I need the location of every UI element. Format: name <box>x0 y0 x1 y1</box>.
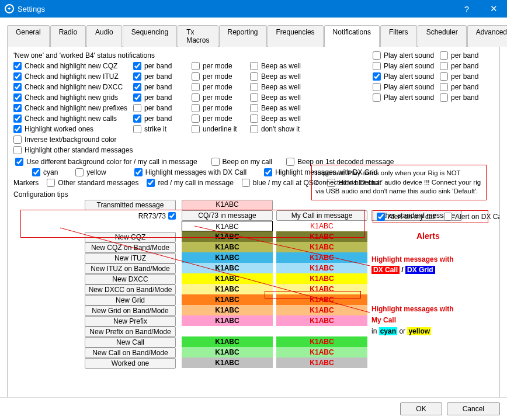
markers-blue-check[interactable]: blue / my call at QSO <box>242 179 319 187</box>
cat-button-new-call-on-band-mode[interactable]: New Call on Band/Mode <box>85 348 176 358</box>
color-cell-r-12[interactable]: K1ABC <box>276 347 367 357</box>
check-r2-c3[interactable]: Beep as well <box>250 83 308 91</box>
check-r6-c1[interactable]: strike it <box>133 125 192 133</box>
play-alert-3[interactable]: Play alert sound <box>373 83 434 91</box>
check-r5-c0[interactable]: Check and highlight new calls <box>13 114 133 123</box>
tab-radio[interactable]: Radio <box>50 25 86 47</box>
tab-frequencies[interactable]: Frequencies <box>268 25 324 47</box>
tab-reporting[interactable]: Reporting <box>219 25 267 47</box>
play-alert-perband-0[interactable]: per band <box>440 51 478 60</box>
tab-sequencing[interactable]: Sequencing <box>123 25 177 47</box>
cat-button-new-grid[interactable]: New Grid <box>85 295 176 306</box>
rr73-check[interactable] <box>168 212 176 220</box>
cq-header[interactable]: K1ABC <box>182 200 273 210</box>
alert-mycall-check[interactable]: Alert on my call <box>377 213 436 221</box>
check-r8-c0[interactable]: Highlight other standard messages <box>13 146 133 154</box>
play-alert-perband-4[interactable]: per band <box>440 93 478 102</box>
check-r1-c3[interactable]: Beep as well <box>250 72 308 81</box>
color-cell-r-7[interactable]: K1ABC <box>276 294 367 305</box>
color-cell-l-10[interactable] <box>182 326 273 336</box>
check-r6-c2[interactable]: underline it <box>192 125 250 133</box>
color-cell-r-0[interactable]: K1ABC <box>276 221 367 231</box>
tab-filters[interactable]: Filters <box>380 25 417 47</box>
check-r3-c3[interactable]: Beep as well <box>250 93 308 102</box>
beep-mycall-check[interactable]: Beep on my call <box>211 158 272 166</box>
transmitted-msg-button[interactable]: Transmitted message <box>85 200 176 210</box>
check-r6-c0[interactable]: Highlight worked ones <box>13 125 133 133</box>
ok-button[interactable]: OK <box>400 402 442 415</box>
tab-advanced[interactable]: Advanced <box>467 25 507 47</box>
play-alert-perband-3[interactable]: per band <box>440 83 478 91</box>
color-cell-r-8[interactable]: K1ABC <box>276 305 367 315</box>
color-cell-l-8[interactable]: K1ABC <box>182 305 273 315</box>
check-r2-c2[interactable]: per mode <box>192 83 250 91</box>
tab-tx-macros[interactable]: Tx Macros <box>178 25 218 47</box>
color-cell-l-11[interactable]: K1ABC <box>182 336 273 347</box>
check-r3-c2[interactable]: per mode <box>192 93 250 102</box>
color-cell-l-6[interactable]: K1ABC <box>182 284 273 294</box>
color-cell-l-7[interactable]: K1ABC <box>182 294 273 305</box>
color-cell-l-9[interactable]: K1ABC <box>182 315 273 326</box>
check-r2-c0[interactable]: Check and highlight new DXCC <box>13 83 133 91</box>
color-cell-l-0[interactable]: K1ABC <box>182 221 273 231</box>
help-button[interactable]: ? <box>453 0 480 18</box>
play-alert-2[interactable]: Play alert sound <box>373 72 434 81</box>
cat-button-new-ituz[interactable]: New ITUZ <box>85 253 176 263</box>
check-r5-c2[interactable]: per mode <box>192 114 250 123</box>
check-r1-c0[interactable]: Check and highlight new ITUZ <box>13 72 133 81</box>
close-button[interactable]: ✕ <box>480 0 507 18</box>
tab-audio[interactable]: Audio <box>86 25 122 47</box>
color-cell-r-1[interactable]: K1ABC <box>276 231 367 242</box>
color-cell-l-4[interactable]: K1ABC <box>182 263 273 273</box>
alert-dxcall-check[interactable]: Alert on DX Call <box>444 213 500 221</box>
color-cell-r-11[interactable]: K1ABC <box>276 336 367 347</box>
color-cell-r-10[interactable] <box>276 326 367 336</box>
cat-button-new-dxcc-on-band-mode[interactable]: New DXCC on Band/Mode <box>85 284 176 295</box>
play-alert-perband-2[interactable]: per band <box>440 72 478 81</box>
check-r3-c0[interactable]: Check and highlight new grids <box>13 93 133 102</box>
play-alert-1[interactable]: Play alert sound <box>373 62 434 70</box>
check-r2-c1[interactable]: per band <box>133 83 192 91</box>
color-cell-r-3[interactable]: K1ABC <box>276 252 367 263</box>
color-cell-l-5[interactable]: K1ABC <box>182 273 273 284</box>
color-cell-r-9[interactable]: K1ABC <box>276 315 367 326</box>
play-alert-0[interactable]: Play alert sound <box>373 51 434 60</box>
check-r5-c1[interactable]: per band <box>133 114 192 123</box>
color-cell-r-4[interactable]: K1ABC <box>276 263 367 273</box>
check-r0-c1[interactable]: per band <box>133 62 192 70</box>
color-cell-l-12[interactable]: K1ABC <box>182 347 273 357</box>
check-r1-c2[interactable]: per mode <box>192 72 250 81</box>
check-r6-c3[interactable]: don't show it <box>250 125 308 133</box>
check-r5-c3[interactable]: Beep as well <box>250 114 308 123</box>
color-cell-l-3[interactable]: K1ABC <box>182 252 273 263</box>
check-r0-c3[interactable]: Beep as well <box>250 62 308 70</box>
check-r7-c0[interactable]: Inverse text/background color <box>13 136 133 144</box>
cat-button-new-cqz-on-band-mode[interactable]: New CQZ on Band/Mode <box>85 242 176 253</box>
cat-button-new-ituz-on-band-mode[interactable]: New ITUZ on Band/Mode <box>85 263 176 274</box>
cyan-check[interactable]: cyan <box>32 168 58 176</box>
tab-scheduler[interactable]: Scheduler <box>418 25 467 47</box>
play-alert-perband-1[interactable]: per band <box>440 62 478 70</box>
cat-button-new-grid-on-band-mode[interactable]: New Grid on Band/Mode <box>85 306 176 316</box>
color-cell-l-13[interactable]: K1ABC <box>182 357 273 368</box>
play-alert-4[interactable]: Play alert sound <box>373 93 434 102</box>
check-r4-c3[interactable]: Beep as well <box>250 104 308 112</box>
color-cell-r-13[interactable]: K1ABC <box>276 357 367 368</box>
color-cell-r-5[interactable]: K1ABC <box>276 273 367 284</box>
yellow-check[interactable]: yellow <box>75 168 106 176</box>
check-r4-c1[interactable]: per band <box>133 104 192 112</box>
cat-button-new-cqz[interactable]: New CQZ <box>85 232 176 242</box>
hl-dxcall-check[interactable]: Highlight messages with DX Call <box>134 168 246 176</box>
check-r3-c1[interactable]: per band <box>133 93 192 102</box>
color-cell-r-2[interactable]: K1ABC <box>276 242 367 252</box>
check-r1-c1[interactable]: per band <box>133 72 192 81</box>
cq-in-msg-button[interactable]: CQ/73 in message <box>182 210 273 221</box>
color-cell-r-6[interactable]: K1ABC <box>276 284 367 294</box>
check-r0-c0[interactable]: Check and highlight new CQZ <box>13 62 133 70</box>
cat-button-new-prefix-on-band-mode[interactable]: New Prefix on Band/Mode <box>85 327 176 337</box>
markers-red-check[interactable]: red / my call in message <box>147 179 233 187</box>
mycall-in-msg-button[interactable]: My Call in message <box>276 210 367 221</box>
cat-button-new-prefix[interactable]: New Prefix <box>85 316 176 327</box>
cancel-button[interactable]: Cancel <box>447 402 500 415</box>
color-cell-l-2[interactable]: K1ABC <box>182 242 273 252</box>
